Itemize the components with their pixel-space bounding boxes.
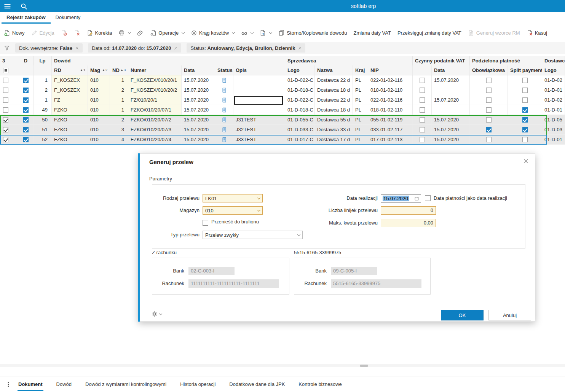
row-d-checkbox[interactable] [23,88,29,93]
group-header-dowod[interactable]: Dowód [52,56,285,65]
new-document-button[interactable]: Nowy [3,29,26,37]
column-header-numer[interactable]: Numer [128,65,182,75]
row-d-checkbox[interactable] [23,117,29,123]
table-row[interactable]: 51 FZKO 010 3 FZKO/010/20/07/3 15.07.202… [0,125,565,135]
document-preview-icon[interactable] [222,137,227,143]
group-header-sprzedawca[interactable]: Sprzedawca [285,56,413,65]
row-select-checkbox[interactable] [3,137,8,142]
vat-checkbox[interactable] [420,107,425,113]
change-vat-date-button[interactable]: Zmiana daty VAT [353,29,392,37]
split-payment-checkbox[interactable] [522,78,528,83]
more-options-button[interactable] [5,381,11,387]
obowiazkowa-checkbox[interactable] [486,88,492,93]
realization-date-input[interactable]: 15.07.2020 [381,194,421,202]
column-header-vat-data[interactable]: Data [432,65,470,75]
column-header-opis[interactable]: Opis [233,65,285,75]
tab-dokumenty[interactable]: Dokumenty [51,12,86,24]
row-select-checkbox[interactable] [3,107,8,113]
row-d-checkbox[interactable] [23,107,29,113]
ok-button[interactable]: OK [441,310,484,320]
row-select-checkbox[interactable] [3,127,8,132]
transfer-options-button[interactable] [151,311,162,317]
group-header-lp[interactable]: Lp [34,56,52,65]
group-header-dostawca[interactable]: Dostawca [542,56,565,65]
delete-document-button[interactable] [73,29,81,37]
preview-menu-button[interactable] [240,29,254,37]
print-button[interactable] [118,29,131,37]
hamburger-menu-button[interactable] [4,3,11,10]
transfer-type-select[interactable]: LK01 [203,194,263,202]
opis-edit-cell[interactable] [234,96,283,105]
close-icon[interactable] [75,46,79,50]
split-payment-checkbox[interactable] [522,127,528,132]
row-d-checkbox[interactable] [23,137,29,142]
close-icon[interactable] [174,46,177,50]
table-row[interactable]: 2 F_KOSZEX 010 2 F_KOSZEX/010/20/2 15.07… [0,85,565,95]
bottom-tab-dodatkowe-dane-jpk[interactable]: Dodatkowe dane dla JPK [228,376,286,392]
storno-copy-button[interactable]: Storno/Kopiowanie dowodu [278,29,348,37]
warehouse-select[interactable]: 010 [203,206,263,215]
filter-chip-date-range[interactable]: Data od: 14.07.2020 do: 15.07.2020 [88,43,181,53]
horizontal-scrollbar[interactable] [0,364,565,367]
edit-button[interactable]: Edycja [30,29,55,37]
global-search-button[interactable] [20,3,27,10]
bottom-tab-historia-operacji[interactable]: Historia operacji [179,376,216,392]
split-payment-checkbox[interactable] [522,137,528,142]
obowiazkowa-checkbox[interactable] [486,78,492,83]
correction-button[interactable]: Korekta [86,29,113,37]
group-header-czynny-podatnik-vat[interactable]: Czynny podatnik VAT [413,56,470,65]
cancel-document-button[interactable] [60,29,68,37]
row-d-checkbox[interactable] [23,78,29,83]
cost-circle-menu-button[interactable]: Krąg kosztów [190,29,235,37]
vat-checkbox[interactable] [420,127,425,132]
filter-chip-status[interactable]: Status: Anulowany, Edycja, Brulion, Dzie… [187,43,305,53]
obowiazkowa-checkbox[interactable] [486,117,492,123]
group-header-d[interactable]: D [18,56,34,65]
attachments-button[interactable] [136,29,144,37]
vat-checkbox[interactable] [420,97,425,103]
column-header-dostawca-logo[interactable]: Logo [542,65,565,75]
obowiazkowa-checkbox[interactable] [486,107,492,113]
bottom-tab-kontrole-biznesowe[interactable]: Kontrole biznesowe [298,376,342,392]
row-d-checkbox[interactable] [23,127,29,132]
payment-date-as-realization-checkbox[interactable] [425,195,431,201]
split-payment-checkbox[interactable] [522,97,528,103]
calendar-icon[interactable] [414,196,419,201]
filter-chip-internal-docs[interactable]: Dok. wewnętrzne: False [15,43,83,53]
cancel-button[interactable]: Anuluj [488,310,531,320]
table-row[interactable]: 50 FZKO 010 2 FZKO/010/20/07/2 15.07.202… [0,115,565,125]
split-payment-checkbox[interactable] [522,117,528,123]
document-preview-icon[interactable] [222,87,227,93]
table-row[interactable]: 1 F_KOSZEX 010 1 F_KOSZEX/010/20/1 15.07… [0,75,565,85]
obowiazkowa-checkbox[interactable] [486,127,492,132]
column-header-status[interactable]: Status [215,65,233,75]
move-to-draft-checkbox[interactable] [203,220,208,226]
export-menu-button[interactable] [259,29,273,37]
column-header-split-payment[interactable]: Split payment [508,65,542,75]
column-header-obowiazkowa[interactable]: Obowiązkowa [470,65,508,75]
vat-checkbox[interactable] [420,88,425,93]
repost-vat-date-button[interactable]: Przeksięguj zmianę daty VAT [397,29,462,37]
document-preview-icon[interactable] [222,127,227,133]
document-preview-icon[interactable] [222,97,227,103]
column-header-rd[interactable]: RD1 [52,65,88,75]
column-header-nazwa[interactable]: Nazwa [315,65,353,75]
close-icon[interactable] [298,46,302,50]
obowiazkowa-checkbox[interactable] [486,97,492,103]
group-header-podzielona-platnosc[interactable]: Podzielona płatność [470,56,542,65]
split-payment-checkbox[interactable] [522,88,528,93]
row-select-checkbox[interactable] [3,88,8,93]
vat-checkbox[interactable] [420,117,425,123]
bottom-tab-dokument[interactable]: Dokument [18,376,43,392]
column-header-nd[interactable]: ND3 [110,65,128,75]
split-payment-checkbox[interactable] [522,107,528,113]
transfer-lines-count-input[interactable]: 0 [381,206,436,215]
row-d-checkbox[interactable] [23,97,29,103]
dialog-close-button[interactable] [523,158,529,165]
row-select-checkbox[interactable] [3,97,8,103]
generate-rm-templates-button[interactable]: Generuj wzorce RM [467,29,521,37]
delete-button[interactable]: Kasuj [526,29,548,37]
column-header-nip[interactable]: NIP [368,65,413,75]
table-row[interactable]: 52 FZKO 010 4 FZKO/010/20/07/4 15.07.202… [0,135,565,145]
column-header-mag[interactable]: Mag2 [88,65,110,75]
